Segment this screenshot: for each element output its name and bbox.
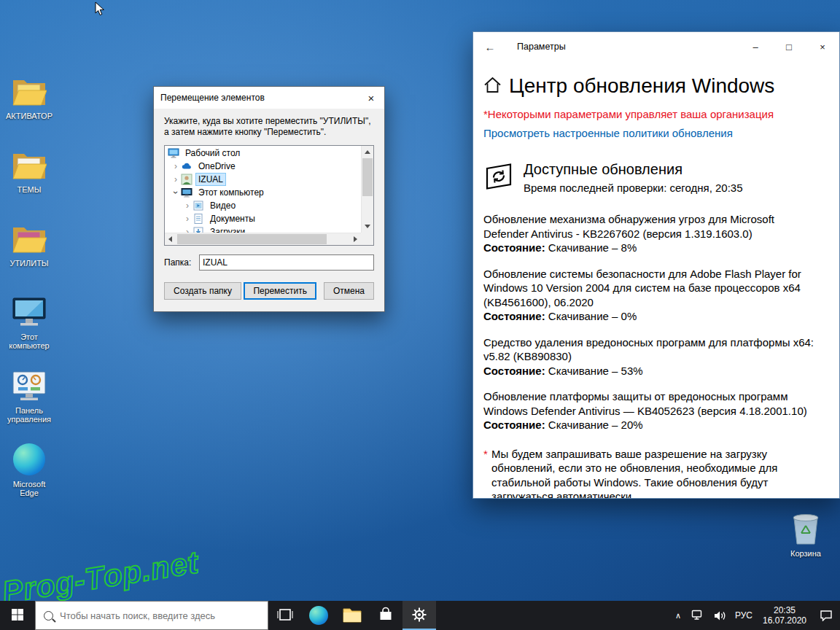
tree-item-video[interactable]: ›Видео	[165, 199, 361, 212]
scroll-right-icon[interactable]	[354, 236, 357, 242]
desktop-icon-label: Панель управления	[4, 406, 55, 424]
footnote-asterisk: *	[483, 447, 488, 462]
update-status: Состояние: Скачивание – 0%	[483, 309, 822, 324]
vertical-scrollbar[interactable]	[361, 146, 373, 233]
folder-name-input[interactable]	[199, 254, 374, 271]
expander-icon[interactable]: ›	[171, 173, 181, 186]
maximize-icon[interactable]: □	[772, 32, 806, 61]
horizontal-scroll-thumb[interactable]	[177, 234, 327, 244]
tree-item-desktop[interactable]: Рабочий стол	[165, 147, 361, 160]
settings-taskbar-button[interactable]	[402, 601, 436, 630]
file-explorer-button[interactable]	[335, 601, 369, 630]
minimize-icon[interactable]: –	[739, 32, 772, 61]
expander-icon[interactable]: ›	[182, 199, 192, 212]
tree-item-downloads[interactable]: ›Загрузки	[165, 225, 361, 233]
desktop: АКТИВАТОРТЕМЫУТИЛИТЫЭтот компьютерПанель…	[0, 0, 840, 630]
settings-window-title: Параметры	[517, 42, 566, 52]
desktop-icon-edge[interactable]: Microsoft Edge	[4, 441, 55, 506]
desktop-icon-label: Этот компьютер	[4, 332, 55, 350]
start-button[interactable]	[0, 601, 35, 630]
update-status: Состояние: Скачивание – 20%	[483, 418, 822, 432]
expander-icon[interactable]: ›	[169, 187, 182, 198]
tray-expand-icon[interactable]: ∧	[669, 611, 687, 621]
windows-update-icon	[483, 161, 514, 195]
task-view-icon	[276, 607, 294, 624]
move-items-dialog: Перемещение элементов × Укажите, куда вы…	[153, 86, 385, 312]
desktop-icon-label: ТЕМЫ	[18, 185, 42, 194]
folder-name-row: Папка:	[164, 254, 374, 271]
update-status: Состояние: Скачивание – 53%	[483, 364, 822, 378]
search-icon	[44, 611, 53, 621]
home-icon	[483, 77, 502, 96]
create-folder-button[interactable]: Создать папку	[164, 282, 241, 300]
search-input[interactable]	[60, 602, 268, 629]
language-indicator[interactable]: РУС	[731, 610, 757, 621]
taskbar-search-box[interactable]	[35, 601, 268, 630]
scroll-left-icon[interactable]	[168, 236, 172, 242]
footnote-text: Мы будем запрашивать ваше разрешение на …	[491, 448, 777, 499]
folder-tree: Рабочий стол›OneDrive›IZUAL›Этот компьют…	[164, 145, 374, 246]
vertical-scroll-thumb[interactable]	[362, 158, 373, 196]
tree-item-onedrive[interactable]: ›OneDrive	[165, 160, 361, 173]
dialog-titlebar[interactable]: Перемещение элементов ×	[154, 87, 384, 109]
expander-icon[interactable]: ›	[171, 160, 181, 173]
tree-item-label: Этот компьютер	[196, 187, 266, 198]
this-pc-icon	[12, 294, 47, 330]
tree-item-label: Документы	[208, 213, 257, 225]
back-icon[interactable]: ←	[473, 32, 507, 61]
tree-item-documents[interactable]: ›Документы	[165, 212, 361, 225]
update-item: Обновление механизма обнаружения угроз д…	[483, 212, 822, 255]
desktop-icon-utility[interactable]: УТИЛИТЫ	[4, 220, 55, 285]
onedrive-icon	[181, 160, 192, 172]
desktop-icon	[168, 147, 179, 159]
scroll-down-icon[interactable]	[365, 225, 370, 228]
available-updates-header: Доступные обновления Время последней про…	[483, 161, 822, 195]
tree-item-this-pc[interactable]: ›Этот компьютер	[165, 186, 361, 199]
tree-item-label: Рабочий стол	[183, 147, 242, 159]
expander-icon[interactable]: ›	[182, 212, 192, 225]
desktop-icon-this-pc[interactable]: Этот компьютер	[4, 294, 55, 359]
cancel-button[interactable]: Отмена	[324, 282, 374, 300]
update-name: Обновление платформы защиты от вредоносн…	[483, 389, 822, 418]
desktop-icon-aktivator[interactable]: АКТИВАТОР	[4, 73, 55, 138]
desktop-icon-temy[interactable]: ТЕМЫ	[4, 147, 55, 211]
last-check-time: Время последней проверки: сегодня, 20:35	[524, 182, 743, 194]
page-header: Центр обновления Windows	[483, 74, 822, 98]
update-item: Обновление платформы защиты от вредоносн…	[483, 389, 822, 432]
microsoft-store-button[interactable]	[369, 601, 402, 630]
clock-time: 20:35	[757, 605, 812, 615]
volume-icon[interactable]	[709, 610, 731, 621]
update-name: Средство удаления вредоносных программ д…	[483, 335, 822, 364]
edge-icon	[13, 441, 45, 478]
video-icon	[192, 200, 204, 211]
view-update-policies-link[interactable]: Просмотреть настроенные политики обновле…	[483, 127, 822, 139]
available-updates-title: Доступные обновления	[524, 161, 743, 178]
horizontal-scrollbar[interactable]	[165, 233, 361, 245]
computer-icon	[181, 187, 192, 198]
folder-field-label: Папка:	[164, 257, 199, 268]
taskbar: ∧ РУС 20:35 16.07.2020	[0, 601, 840, 630]
settings-titlebar[interactable]: ← Параметры – □ ×	[473, 32, 839, 61]
move-button[interactable]: Переместить	[244, 282, 316, 300]
close-icon[interactable]: ×	[806, 32, 839, 61]
tree-item-izual[interactable]: ›IZUAL	[165, 173, 361, 186]
update-item: Средство удаления вредоносных программ д…	[483, 335, 822, 378]
tree-item-label: Загрузки	[208, 226, 247, 233]
scroll-up-icon[interactable]	[365, 150, 370, 154]
folder-tree-rows: Рабочий стол›OneDrive›IZUAL›Этот компьют…	[165, 147, 361, 233]
settings-window: ← Параметры – □ × Центр обновления Windo…	[472, 31, 840, 499]
edge-taskbar-button[interactable]	[302, 601, 335, 630]
update-item: Обновление системы безопасности для Adob…	[483, 267, 822, 324]
action-center-icon[interactable]	[812, 610, 840, 621]
close-icon[interactable]: ×	[358, 87, 384, 109]
user-icon	[181, 174, 192, 185]
desktop-icon-control-panel[interactable]: Панель управления	[4, 368, 55, 432]
network-icon[interactable]	[687, 610, 709, 621]
taskbar-clock[interactable]: 20:35 16.07.2020	[757, 605, 812, 626]
temy-icon	[12, 147, 47, 183]
desktop-icon-recycle-bin[interactable]: Корзина	[780, 510, 831, 558]
task-view-button[interactable]	[268, 601, 302, 630]
tree-item-label: OneDrive	[196, 160, 238, 172]
expander-icon[interactable]: ›	[182, 225, 192, 233]
page-title: Центр обновления Windows	[509, 74, 774, 98]
